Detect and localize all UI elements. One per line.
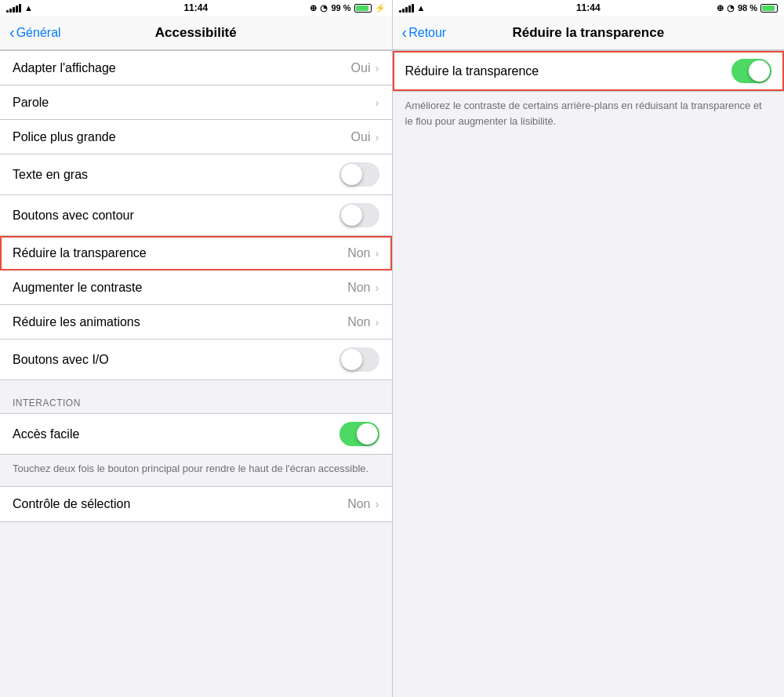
reduire-transparence-label: Réduire la transparence bbox=[13, 246, 347, 260]
reduire-animations-chevron: › bbox=[376, 315, 379, 329]
adapter-affichage-chevron: › bbox=[376, 61, 379, 74]
left-nav-title: Accessibilité bbox=[155, 25, 237, 41]
left-status-left: ▲ bbox=[6, 3, 36, 13]
augmenter-contraste-value: Non bbox=[347, 281, 370, 295]
controle-selection-chevron: › bbox=[376, 497, 379, 510]
left-signal-icon bbox=[6, 3, 21, 13]
interaction-header: INTERACTION bbox=[0, 393, 392, 413]
police-grande-label: Police plus grande bbox=[13, 130, 351, 144]
augmenter-contraste-chevron: › bbox=[376, 281, 379, 294]
controle-selection-item[interactable]: Contrôle de sélection Non › bbox=[0, 487, 392, 521]
left-back-label: Général bbox=[16, 26, 61, 40]
police-grande-value: Oui bbox=[351, 130, 371, 144]
acces-facile-toggle[interactable] bbox=[339, 422, 379, 446]
left-battery-pct: 99 % bbox=[331, 3, 350, 13]
boutons-io-item[interactable]: Boutons avec I/O bbox=[0, 339, 392, 379]
left-alarm-icon: ◔ bbox=[320, 3, 328, 13]
boutons-io-label: Boutons avec I/O bbox=[13, 353, 339, 367]
right-signal-icon bbox=[399, 3, 414, 13]
right-reduire-transparence-knob bbox=[749, 60, 770, 82]
right-wifi-icon: ▲ bbox=[417, 3, 426, 13]
boutons-contour-item[interactable]: Boutons avec contour bbox=[0, 195, 392, 236]
acces-facile-item[interactable]: Accès facile bbox=[0, 414, 392, 454]
acces-facile-knob bbox=[357, 423, 378, 445]
left-status-bar: ▲ 11:44 ⊕ ◔ 99 % ⚡ bbox=[0, 0, 392, 16]
interaction-group: INTERACTION Accès facile Touchez deux fo… bbox=[0, 393, 392, 486]
vision-list: Adapter l'affichage Oui › Parole › Polic… bbox=[0, 50, 392, 380]
augmenter-contraste-item[interactable]: Augmenter le contraste Non › bbox=[0, 270, 392, 305]
boutons-contour-label: Boutons avec contour bbox=[13, 209, 339, 223]
controle-selection-value: Non bbox=[347, 497, 370, 511]
interaction-list: Accès facile bbox=[0, 413, 392, 455]
left-battery-icon bbox=[354, 4, 372, 13]
boutons-contour-toggle[interactable] bbox=[339, 203, 379, 227]
adapter-affichage-value: Oui bbox=[351, 61, 371, 75]
augmenter-contraste-label: Augmenter le contraste bbox=[13, 281, 347, 295]
left-content: Adapter l'affichage Oui › Parole › Polic… bbox=[0, 50, 392, 697]
right-panel: ▲ 11:44 ⊕ ◔ 98 % ‹ Retour Réduire la tra… bbox=[393, 0, 785, 697]
left-status-right: ⊕ ◔ 99 % ⚡ bbox=[310, 3, 385, 13]
left-back-chevron: ‹ bbox=[9, 24, 15, 42]
right-location-icon: ⊕ bbox=[717, 3, 724, 13]
right-content: Réduire la transparence Améliorez le con… bbox=[393, 50, 785, 697]
boutons-io-knob bbox=[341, 349, 362, 370]
left-time: 11:44 bbox=[183, 2, 208, 13]
reduire-animations-label: Réduire les animations bbox=[13, 315, 347, 329]
parole-label: Parole bbox=[13, 96, 376, 110]
right-reduire-transparence-label: Réduire la transparence bbox=[405, 64, 732, 78]
right-nav-bar: ‹ Retour Réduire la transparence bbox=[393, 16, 785, 50]
boutons-contour-knob bbox=[341, 205, 362, 226]
police-grande-chevron: › bbox=[376, 130, 379, 143]
reduire-transparence-chevron: › bbox=[376, 246, 379, 260]
texte-gras-toggle[interactable] bbox=[339, 162, 379, 187]
right-main-list: Réduire la transparence bbox=[393, 50, 785, 92]
right-main-group: Réduire la transparence Améliorez le con… bbox=[393, 50, 785, 138]
right-description: Améliorez le contraste de certains arriè… bbox=[393, 92, 785, 138]
right-status-bar: ▲ 11:44 ⊕ ◔ 98 % bbox=[393, 0, 785, 16]
parole-item[interactable]: Parole › bbox=[0, 85, 392, 120]
right-back-button[interactable]: ‹ Retour bbox=[402, 24, 447, 42]
right-alarm-icon: ◔ bbox=[727, 3, 735, 13]
right-back-chevron: ‹ bbox=[402, 24, 408, 42]
right-battery-pct: 98 % bbox=[738, 3, 757, 13]
left-panel: ▲ 11:44 ⊕ ◔ 99 % ⚡ ‹ Général Accessibili… bbox=[0, 0, 392, 697]
right-battery-icon bbox=[760, 4, 778, 13]
right-reduire-transparence-toggle[interactable] bbox=[731, 59, 771, 83]
parole-chevron: › bbox=[376, 96, 379, 109]
reduire-animations-value: Non bbox=[347, 315, 370, 329]
left-location-icon: ⊕ bbox=[310, 3, 317, 13]
left-nav-bar: ‹ Général Accessibilité bbox=[0, 16, 392, 50]
acces-facile-label: Accès facile bbox=[13, 427, 339, 441]
acces-facile-description: Touchez deux fois le bouton principal po… bbox=[0, 455, 392, 486]
texte-gras-label: Texte en gras bbox=[13, 168, 339, 182]
texte-gras-knob bbox=[341, 164, 362, 185]
right-status-left: ▲ bbox=[399, 3, 429, 13]
bottom-group: Contrôle de sélection Non › bbox=[0, 486, 392, 522]
bottom-list: Contrôle de sélection Non › bbox=[0, 486, 392, 522]
left-wifi-icon: ▲ bbox=[24, 3, 33, 13]
reduire-transparence-value: Non bbox=[347, 246, 370, 260]
adapter-affichage-item[interactable]: Adapter l'affichage Oui › bbox=[0, 51, 392, 85]
left-charging-icon: ⚡ bbox=[375, 3, 386, 13]
boutons-io-toggle[interactable] bbox=[339, 347, 379, 372]
vision-group: Adapter l'affichage Oui › Parole › Polic… bbox=[0, 50, 392, 380]
left-back-button[interactable]: ‹ Général bbox=[9, 24, 61, 42]
right-reduire-transparence-item[interactable]: Réduire la transparence bbox=[393, 51, 785, 91]
adapter-affichage-label: Adapter l'affichage bbox=[13, 61, 351, 75]
reduire-transparence-item[interactable]: Réduire la transparence Non › bbox=[0, 236, 392, 270]
police-grande-item[interactable]: Police plus grande Oui › bbox=[0, 120, 392, 154]
texte-gras-item[interactable]: Texte en gras bbox=[0, 154, 392, 195]
right-status-right: ⊕ ◔ 98 % bbox=[717, 3, 778, 13]
right-nav-title: Réduire la transparence bbox=[512, 25, 664, 41]
controle-selection-label: Contrôle de sélection bbox=[13, 497, 347, 511]
right-back-label: Retour bbox=[408, 26, 446, 40]
right-time: 11:44 bbox=[576, 2, 601, 13]
reduire-animations-item[interactable]: Réduire les animations Non › bbox=[0, 305, 392, 339]
